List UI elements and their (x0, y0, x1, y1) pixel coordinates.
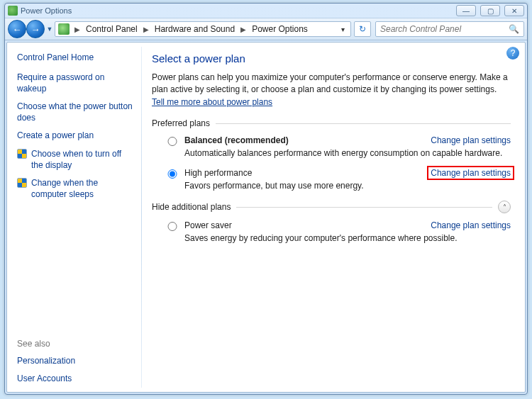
shield-icon (17, 149, 27, 159)
minimize-button[interactable]: ― (456, 5, 476, 16)
control-panel-icon (58, 23, 70, 35)
change-plan-settings-link-highlighted[interactable]: Change plan settings (431, 168, 511, 179)
breadcrumb-dropdown[interactable]: ▾ (338, 26, 348, 33)
titlebar: Power Options ― ▢ ✕ (5, 4, 527, 18)
app-icon (8, 6, 18, 16)
plan-title[interactable]: High performance (184, 168, 425, 179)
window-title: Power Options (21, 6, 72, 15)
page-title: Select a power plan (152, 52, 511, 64)
window-controls: ― ▢ ✕ (456, 5, 524, 16)
see-also-personalization[interactable]: Personalization (17, 356, 135, 367)
plan-radio-balanced[interactable] (166, 137, 179, 146)
see-also-user-accounts[interactable]: User Accounts (17, 373, 135, 385)
refresh-icon: ↻ (359, 24, 366, 34)
chevron-right-icon: ▶ (72, 26, 82, 33)
shield-icon (17, 178, 27, 188)
highlight-box: Change plan settings (427, 166, 514, 180)
plan-high-performance: High performance Change plan settings Fa… (152, 168, 511, 191)
window-frame: Power Options ― ▢ ✕ ← → ▼ ▶ Control Pane… (4, 3, 528, 395)
refresh-button[interactable]: ↻ (354, 21, 371, 37)
content-area: Control Panel Home Require a password on… (6, 42, 526, 393)
breadcrumb-item[interactable]: Control Panel (84, 23, 140, 35)
divider-line (216, 123, 511, 124)
chevron-right-icon: ▶ (141, 26, 151, 33)
control-panel-home-link[interactable]: Control Panel Home (17, 52, 135, 62)
plan-radio-power-saver[interactable] (166, 222, 179, 231)
plan-title[interactable]: Balanced (recommended) (184, 135, 425, 146)
help-icon: ? (511, 48, 516, 58)
preferred-plans-label: Preferred plans (152, 118, 511, 128)
close-button[interactable]: ✕ (504, 5, 524, 16)
back-button[interactable]: ← (8, 20, 26, 38)
search-box[interactable]: 🔍 (375, 21, 524, 37)
search-input[interactable] (380, 24, 509, 34)
plan-radio-high-perf[interactable] (166, 169, 179, 179)
divider-line (236, 207, 492, 208)
plan-desc: Favors performance, but may use more ene… (184, 181, 511, 191)
help-button[interactable]: ? (506, 47, 519, 60)
sidebar: Control Panel Home Require a password on… (7, 43, 142, 392)
arrow-left-icon: ← (13, 24, 22, 35)
forward-button[interactable]: → (26, 20, 45, 38)
breadcrumb-item[interactable]: Hardware and Sound (153, 23, 237, 35)
plan-balanced: Balanced (recommended) Change plan setti… (152, 135, 511, 158)
plan-title[interactable]: Power saver (184, 220, 425, 231)
breadcrumb[interactable]: ▶ Control Panel ▶ Hardware and Sound ▶ P… (55, 21, 351, 37)
change-plan-settings-link[interactable]: Change plan settings (431, 135, 511, 146)
main-panel: ? Select a power plan Power plans can he… (142, 43, 525, 392)
arrow-right-icon: → (31, 24, 40, 35)
maximize-button[interactable]: ▢ (480, 5, 500, 16)
page-description: Power plans can help you maximize your c… (152, 72, 511, 108)
hide-additional-plans-row: Hide additional plans ˄ (152, 201, 511, 213)
change-plan-settings-link[interactable]: Change plan settings (431, 220, 511, 231)
plan-desc: Automatically balances performance with … (184, 148, 511, 158)
see-also-label: See also (17, 325, 135, 349)
learn-more-link[interactable]: Tell me more about power plans (152, 97, 272, 107)
sidebar-link-sleep[interactable]: Change when the computer sleeps (31, 178, 135, 200)
chevron-right-icon: ▶ (238, 26, 248, 33)
breadcrumb-item[interactable]: Power Options (250, 23, 310, 35)
sidebar-link-password[interactable]: Require a password on wakeup (17, 72, 135, 94)
history-dropdown[interactable]: ▼ (46, 20, 53, 38)
group-label-text: Preferred plans (152, 118, 210, 128)
search-icon[interactable]: 🔍 (509, 24, 519, 34)
chevron-up-icon: ˄ (503, 203, 506, 211)
sidebar-link-display-off[interactable]: Choose when to turn off the display (31, 149, 135, 171)
sidebar-link-power-button[interactable]: Choose what the power button does (17, 101, 135, 123)
description-text: Power plans can help you maximize your c… (152, 72, 508, 94)
hide-additional-plans-label: Hide additional plans (152, 202, 231, 212)
navbar: ← → ▼ ▶ Control Panel ▶ Hardware and Sou… (5, 18, 527, 40)
sidebar-link-create-plan[interactable]: Create a power plan (17, 130, 135, 142)
plan-power-saver: Power saver Change plan settings Saves e… (152, 220, 511, 243)
collapse-button[interactable]: ˄ (498, 201, 511, 213)
plan-desc: Saves energy by reducing your computer's… (184, 233, 511, 243)
